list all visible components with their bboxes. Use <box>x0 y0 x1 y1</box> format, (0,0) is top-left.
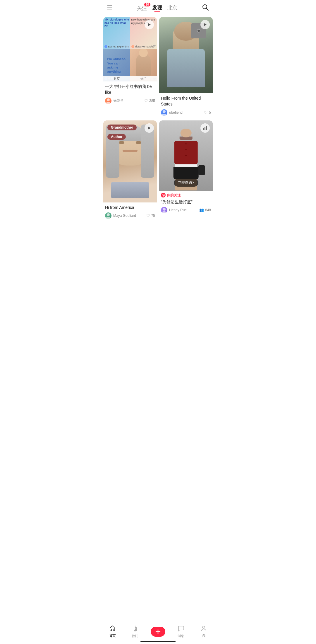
feed-grid: TikTok refugee whohas no idea what I'm E… <box>101 15 215 224</box>
card-3-author: Maya Gouliard <box>105 212 136 219</box>
nav-tab-guanzhu-wrapper: 关注 10 <box>137 5 147 12</box>
search-icon[interactable] <box>202 4 209 13</box>
card-3-avatar <box>105 212 111 219</box>
heart-icon-2: ♡ <box>204 110 208 115</box>
card-1-image: TikTok refugee whohas no idea what I'm E… <box>103 17 157 81</box>
nav-tab-beijing[interactable]: 北京 <box>167 4 177 12</box>
card-1[interactable]: TikTok refugee whohas no idea what I'm E… <box>103 17 157 118</box>
followers-icon: 👥 <box>199 208 204 212</box>
play-icon-3[interactable] <box>145 123 154 133</box>
card-3[interactable]: Grandmother Author Hi from America Maya … <box>103 120 157 221</box>
card-3-image: Grandmother Author <box>103 120 157 202</box>
svg-point-16 <box>163 208 166 211</box>
card-2-avatar <box>161 109 167 116</box>
grandmother-tag: Grandmother <box>107 125 137 130</box>
svg-rect-12 <box>205 127 205 130</box>
card-3-body: Hi from America Maya Gouliard ♡ 75 <box>103 202 157 221</box>
card-3-likes: ♡ 75 <box>146 213 155 218</box>
card-4[interactable]: 立即选购> 你的关注 "为舒适生活打底" <box>159 120 213 221</box>
svg-point-6 <box>163 110 166 113</box>
svg-point-3 <box>107 98 110 101</box>
card-1-avatar <box>105 98 111 104</box>
play-icon-2[interactable] <box>200 20 210 29</box>
card-4-author: Henny Rue <box>161 207 187 213</box>
card-2-likes: ♡ 5 <box>204 110 211 115</box>
card-4-author-name: Henny Rue <box>169 208 187 212</box>
card-1-body: 一大早打开小红书的我 be like 摘梨鱼 ♡ 385 <box>103 81 157 106</box>
nav-badge-guanzhu: 10 <box>144 3 150 6</box>
header: ☰ 关注 10 发现 北京 <box>101 0 215 15</box>
follow-tag: 你的关注 <box>161 193 211 198</box>
svg-marker-5 <box>204 23 207 26</box>
card-4-avatar <box>161 207 167 213</box>
card-4-image: 立即选购> <box>159 120 213 191</box>
card-2[interactable]: Hello From the United States ubefiend ♡ … <box>159 17 213 118</box>
header-nav: 关注 10 发现 北京 <box>137 4 177 12</box>
card-1-meta: 摘梨鱼 ♡ 385 <box>105 98 155 104</box>
card-2-author-name: ubefiend <box>169 110 183 115</box>
follow-tag-icon <box>161 193 166 197</box>
card-4-title: "为舒适生活打底" <box>161 199 211 205</box>
card-3-meta: Maya Gouliard ♡ 75 <box>105 212 155 219</box>
card-1-author: 摘梨鱼 <box>105 98 124 104</box>
svg-marker-8 <box>148 127 151 130</box>
card-1-title: 一大早打开小红书的我 be like <box>105 84 155 96</box>
heart-icon: ♡ <box>144 98 148 103</box>
card-4-body: 你的关注 "为舒适生活打底" Henny Rue 👥 848 <box>159 191 213 216</box>
menu-icon[interactable]: ☰ <box>107 4 113 12</box>
card-2-body: Hello From the United States ubefiend ♡ … <box>159 93 213 118</box>
nav-tab-faxian[interactable]: 发现 <box>152 4 162 12</box>
svg-point-17 <box>162 211 166 213</box>
card-2-image <box>159 17 213 93</box>
author-tag: Author <box>107 134 126 140</box>
play-icon[interactable] <box>145 20 154 29</box>
heart-icon-3: ♡ <box>146 213 150 218</box>
svg-point-7 <box>162 114 166 116</box>
nav-tab-guanzhu[interactable]: 关注 <box>137 6 147 12</box>
svg-rect-13 <box>206 126 207 130</box>
svg-point-4 <box>106 102 111 104</box>
card-3-author-name: Maya Gouliard <box>113 214 136 218</box>
svg-point-15 <box>163 195 164 196</box>
card-2-meta: ubefiend ♡ 5 <box>161 109 211 116</box>
card-4-followers: 👥 848 <box>199 208 211 212</box>
svg-rect-11 <box>203 128 204 130</box>
card-4-meta: Henny Rue 👥 848 <box>161 207 211 213</box>
svg-marker-2 <box>148 23 151 26</box>
svg-line-1 <box>207 8 209 11</box>
svg-point-10 <box>106 217 111 219</box>
chart-icon[interactable] <box>200 123 210 133</box>
card-1-author-name: 摘梨鱼 <box>113 98 124 103</box>
buy-button[interactable]: 立即选购> <box>174 179 198 187</box>
follow-tag-label: 你的关注 <box>167 193 181 198</box>
svg-point-9 <box>107 213 110 216</box>
card-2-title: Hello From the United States <box>161 95 211 107</box>
card-3-title: Hi from America <box>105 205 155 210</box>
card-2-author: ubefiend <box>161 109 183 116</box>
card-1-likes: ♡ 385 <box>144 98 155 103</box>
